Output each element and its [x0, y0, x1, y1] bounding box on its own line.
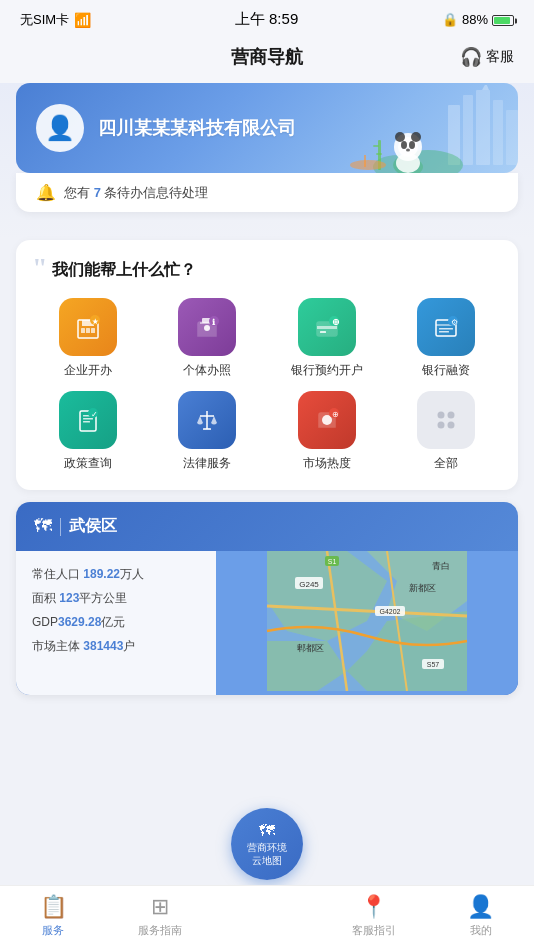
stat-gdp: GDP3629.28亿元: [32, 613, 200, 631]
map-stats: 常住人口 189.22万人 面积 123平方公里 GDP3629.28亿元 市场…: [16, 551, 216, 695]
quote-icon: ": [32, 254, 48, 282]
svg-text:⊕: ⊕: [331, 317, 339, 327]
company-banner[interactable]: 👤 四川某某某科技有限公司: [16, 83, 518, 173]
svg-rect-41: [439, 331, 449, 333]
stat-area: 面积 123平方公里: [32, 589, 200, 607]
carrier-text: 无SIM卡: [20, 11, 69, 29]
svg-rect-1: [463, 95, 473, 165]
svg-point-12: [401, 141, 407, 149]
services-section: " 我们能帮上什么忙？ ★ 企业开办: [16, 240, 518, 490]
svg-rect-25: [91, 328, 95, 333]
map-header: 🗺 武侯区: [16, 502, 518, 551]
svg-rect-47: [83, 421, 90, 423]
service-nav-icon: 📋: [40, 894, 67, 920]
svg-point-59: [448, 422, 455, 429]
map-region-name: 武侯区: [69, 516, 117, 537]
service-item-geti[interactable]: ℹ 个体办照: [152, 298, 264, 379]
svg-point-13: [409, 141, 415, 149]
svg-text:S57: S57: [427, 661, 440, 668]
status-right: 🔒 88%: [442, 12, 514, 27]
service-item-qiye[interactable]: ★ 企业开办: [32, 298, 144, 379]
customer-service-button[interactable]: 🎧 客服: [460, 46, 514, 68]
service-label-7: 全部: [434, 455, 458, 472]
svg-text:⊕: ⊕: [331, 410, 338, 419]
svg-point-19: [350, 160, 386, 170]
svg-rect-18: [376, 153, 382, 155]
service-label-3: 银行融资: [422, 362, 470, 379]
service-icon-market: ⊕: [298, 391, 356, 449]
stat-market: 市场主体 381443户: [32, 637, 200, 655]
svg-point-15: [396, 153, 420, 173]
service-icon-bank-loan: ⚙: [417, 298, 475, 356]
svg-rect-52: [203, 428, 211, 430]
svg-point-30: [204, 325, 210, 331]
notification-count: 7: [94, 185, 101, 200]
map-visual: G245 S1 G4202 S57 青白 新都区 郫都区: [216, 551, 518, 695]
svg-rect-3: [493, 100, 503, 165]
svg-text:S1: S1: [328, 558, 337, 565]
nav-item-customer[interactable]: 📍 客服指引: [320, 894, 427, 938]
nav-item-guide[interactable]: ⊞ 服务指南: [107, 894, 214, 938]
header: 营商导航 🎧 客服: [0, 35, 534, 83]
svg-point-10: [395, 132, 405, 142]
status-bar: 无SIM卡 📶 上午 8:59 🔒 88%: [0, 0, 534, 35]
svg-rect-35: [320, 331, 326, 333]
service-icon-legal: [178, 391, 236, 449]
map-region-icon: 🗺: [34, 516, 52, 537]
svg-point-56: [438, 412, 445, 419]
service-icon-all: [417, 391, 475, 449]
svg-text:✓: ✓: [90, 410, 97, 419]
service-icon-geti: ℹ: [178, 298, 236, 356]
nav-item-service[interactable]: 📋 服务: [0, 894, 107, 938]
svg-marker-5: [482, 85, 489, 90]
service-label-2: 银行预约开户: [291, 362, 363, 379]
service-item-market[interactable]: ⊕ 市场热度: [271, 391, 383, 472]
map-divider: [60, 518, 61, 536]
customer-nav-icon: 📍: [360, 894, 387, 920]
headphone-icon: 🎧: [460, 46, 482, 68]
services-grid: ★ 企业开办 ℹ 个体办照: [32, 298, 502, 472]
svg-text:⚙: ⚙: [451, 318, 458, 327]
service-item-bank-appt[interactable]: ⊕ 银行预约开户: [271, 298, 383, 379]
nav-label-service: 服务: [42, 923, 64, 938]
svg-text:★: ★: [92, 318, 99, 325]
svg-point-14: [406, 149, 410, 152]
notification-bar: 🔔 您有 7 条待办信息待处理: [16, 173, 518, 212]
service-label-5: 法律服务: [183, 455, 231, 472]
service-item-policy[interactable]: ✓ 政策查询: [32, 391, 144, 472]
service-icon-policy: ✓: [59, 391, 117, 449]
bell-icon: 🔔: [36, 183, 56, 202]
nav-label-mine: 我的: [470, 923, 492, 938]
notification-text: 您有 7 条待办信息待处理: [64, 184, 208, 202]
services-title: " 我们能帮上什么忙？: [32, 258, 502, 282]
service-item-all[interactable]: 全部: [391, 391, 503, 472]
map-section: 🗺 武侯区 常住人口 189.22万人 面积 123平方公里 GDP3629.2…: [16, 502, 518, 695]
stat-population: 常住人口 189.22万人: [32, 565, 200, 583]
svg-rect-2: [476, 90, 490, 165]
guide-nav-icon: ⊞: [151, 894, 169, 920]
lock-icon: 🔒: [442, 12, 458, 27]
float-btn-label: 营商环境云地图: [247, 841, 287, 867]
banner-decoration: [348, 85, 518, 173]
main-content: 👤 四川某某某科技有限公司: [0, 83, 534, 695]
svg-rect-17: [373, 145, 379, 147]
svg-rect-40: [439, 328, 453, 330]
svg-point-11: [411, 132, 421, 142]
svg-text:新都区: 新都区: [409, 583, 436, 593]
service-item-legal[interactable]: 法律服务: [152, 391, 264, 472]
float-btn-icon: 🗺: [259, 821, 275, 842]
mine-nav-icon: 👤: [467, 894, 494, 920]
svg-point-58: [438, 422, 445, 429]
map-content: 常住人口 189.22万人 面积 123平方公里 GDP3629.28亿元 市场…: [16, 551, 518, 695]
service-icon-qiye: ★: [59, 298, 117, 356]
page-title: 营商导航: [231, 45, 303, 69]
service-label-1: 个体办照: [183, 362, 231, 379]
wifi-icon: 📶: [74, 12, 91, 28]
float-map-button[interactable]: 🗺 营商环境云地图: [231, 808, 303, 880]
svg-text:G4202: G4202: [379, 608, 400, 615]
nav-label-customer: 客服指引: [352, 923, 396, 938]
service-label-4: 政策查询: [64, 455, 112, 472]
service-item-bank-loan[interactable]: ⚙ 银行融资: [391, 298, 503, 379]
svg-text:郫都区: 郫都区: [297, 643, 324, 653]
nav-item-mine[interactable]: 👤 我的: [427, 894, 534, 938]
